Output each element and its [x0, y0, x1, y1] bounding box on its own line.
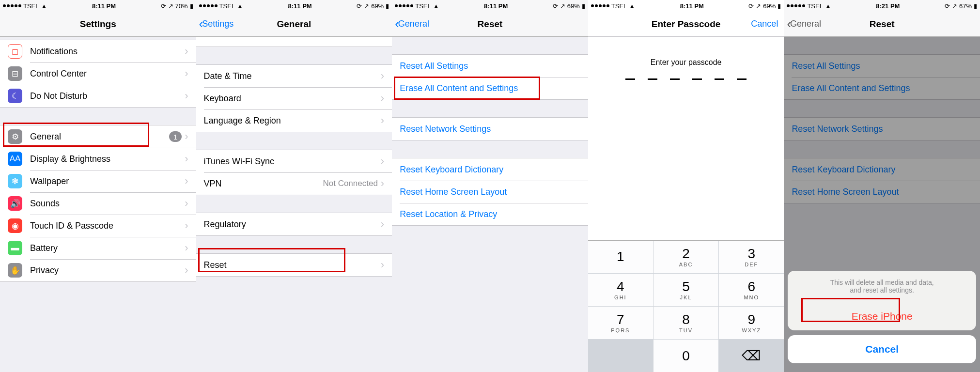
row-reset-location-privacy[interactable]: Reset Location & Privacy [392, 203, 588, 225]
gear-icon: ⚙ [8, 129, 22, 144]
status-time: 8:11 PM [92, 2, 116, 10]
row-language[interactable]: Language & Region› [196, 109, 392, 132]
key-9[interactable]: 9WXYZ [719, 307, 784, 339]
row-reset-all[interactable]: Reset All Settings [392, 55, 588, 77]
location-icon: ↗ [168, 2, 173, 10]
row-label: Sounds [30, 199, 182, 209]
row-label: Privacy [30, 265, 182, 276]
screen-reset: TSEL▲ 8:11 PM ⟳↗69%▮ ‹General Reset Rese… [392, 0, 588, 372]
hand-icon: ✋ [8, 263, 22, 278]
key-1[interactable]: 1 [588, 241, 653, 273]
notifications-icon: ◻ [8, 44, 22, 59]
row-dnd[interactable]: ☾Do Not Disturb› [0, 85, 196, 107]
status-bar: TSEL▲ 8:11 PM ⟳↗69%▮ [392, 0, 588, 12]
key-blank [588, 340, 653, 372]
sheet-message: This will delete all media and data, and… [788, 271, 976, 302]
row-label: Wallpaper [30, 176, 182, 186]
wifi-icon: ▲ [825, 2, 831, 10]
row-reset[interactable]: Reset› [196, 254, 392, 276]
nav-bar: Enter Passcode Cancel [588, 12, 784, 37]
row-keyboard[interactable]: Keyboard› [196, 87, 392, 109]
battery-pct: 70% [175, 2, 188, 10]
row-label: Control Center [30, 69, 182, 79]
control-center-icon: ⊟ [8, 66, 22, 81]
key-backspace[interactable]: ⌫ [719, 340, 784, 372]
row-general[interactable]: ⚙General1› [0, 125, 196, 148]
row-wallpaper[interactable]: ❃Wallpaper› [0, 170, 196, 192]
cancel-button[interactable]: Cancel [751, 19, 778, 29]
status-bar: TSEL▲ 8:21 PM ⟳↗67%▮ [784, 0, 980, 12]
nav-bar: ‹General Reset [392, 12, 588, 37]
passcode-prompt: Enter your passcode [588, 58, 784, 67]
badge: 1 [169, 131, 182, 142]
passcode-dashes [588, 78, 784, 80]
key-4[interactable]: 4GHI [588, 274, 653, 306]
carrier-label: TSEL [23, 2, 39, 10]
nav-bar: ‹Settings General [196, 12, 392, 37]
row-label: Display & Brightness [30, 154, 182, 164]
screen-reset-confirm: TSEL▲ 8:21 PM ⟳↗67%▮ ‹General Reset Rese… [784, 0, 980, 372]
back-label: Settings [202, 19, 233, 29]
sounds-icon: 🔊 [8, 196, 22, 211]
backspace-icon: ⌫ [742, 349, 761, 363]
display-icon: AA [8, 152, 22, 166]
row-reset-network[interactable]: Reset Network Settings [392, 118, 588, 140]
page-title: Settings [0, 19, 196, 30]
row-label: Notifications [30, 46, 182, 57]
screen-general: TSEL▲ 8:11 PM ⟳↗69%▮ ‹Settings General D… [196, 0, 392, 372]
status-bar: TSEL▲ 8:11 PM ⟳↗69%▮ [196, 0, 392, 12]
row-battery[interactable]: ▬Battery› [0, 237, 196, 259]
row-display[interactable]: AADisplay & Brightness› [0, 148, 196, 170]
fingerprint-icon: ◉ [8, 218, 22, 233]
key-8[interactable]: 8TUV [653, 307, 718, 339]
wallpaper-icon: ❃ [8, 174, 22, 188]
row-control-center[interactable]: ⊟Control Center› [0, 62, 196, 85]
battery-icon: ▮ [190, 2, 193, 10]
back-button[interactable]: ‹General [392, 16, 429, 31]
row-label: Do Not Disturb [30, 91, 182, 101]
row-sounds[interactable]: 🔊Sounds› [0, 192, 196, 215]
screen-passcode: TSEL▲ 8:11 PM ⟳↗69%▮ Enter Passcode Canc… [588, 0, 784, 372]
wifi-icon: ▲ [237, 2, 243, 10]
numeric-keypad: 1 2ABC 3DEF 4GHI 5JKL 6MNO 7PQRS 8TUV 9W… [588, 240, 784, 372]
action-sheet: This will delete all media and data, and… [788, 271, 976, 368]
wifi-icon: ▲ [41, 2, 47, 10]
row-touchid[interactable]: ◉Touch ID & Passcode› [0, 215, 196, 237]
key-2[interactable]: 2ABC [653, 241, 718, 273]
screen-settings: TSEL▲ 8:11 PM ⟳↗70%▮ Settings ◻Notificat… [0, 0, 196, 372]
row-privacy[interactable]: ✋Privacy› [0, 259, 196, 281]
row-reset-keyboard-dict[interactable]: Reset Keyboard Dictionary [392, 158, 588, 181]
status-bar: TSEL▲ 8:11 PM ⟳↗70%▮ [0, 0, 196, 12]
wifi-icon: ▲ [433, 2, 439, 10]
moon-icon: ☾ [8, 89, 22, 103]
row-notifications[interactable]: ◻Notifications› [0, 40, 196, 62]
erase-iphone-button[interactable]: Erase iPhone [788, 302, 976, 330]
row-label: Touch ID & Passcode [30, 221, 182, 231]
back-button[interactable]: ‹General [784, 16, 821, 31]
back-button[interactable]: ‹Settings [196, 16, 234, 31]
nav-bar: Settings [0, 12, 196, 37]
row-reset-home-layout[interactable]: Reset Home Screen Layout [392, 181, 588, 203]
key-5[interactable]: 5JKL [653, 274, 718, 306]
row-regulatory[interactable]: Regulatory› [196, 213, 392, 235]
row-label: General [30, 132, 169, 142]
row-erase-all[interactable]: Erase All Content and Settings [392, 77, 588, 99]
row-label: Battery [30, 243, 182, 253]
battery-icon: ▬ [8, 241, 22, 255]
row-datetime[interactable]: Date & Time› [196, 65, 392, 87]
key-0[interactable]: 0 [653, 340, 718, 372]
key-7[interactable]: 7PQRS [588, 307, 653, 339]
nav-bar: ‹General Reset [784, 12, 980, 37]
row-vpn[interactable]: VPNNot Connected› [196, 172, 392, 195]
row-itunes-sync[interactable]: iTunes Wi-Fi Sync› [196, 150, 392, 172]
key-3[interactable]: 3DEF [719, 241, 784, 273]
wifi-icon: ▲ [629, 2, 635, 10]
status-bar: TSEL▲ 8:11 PM ⟳↗69%▮ [588, 0, 784, 12]
sheet-cancel-button[interactable]: Cancel [788, 335, 976, 363]
key-6[interactable]: 6MNO [719, 274, 784, 306]
